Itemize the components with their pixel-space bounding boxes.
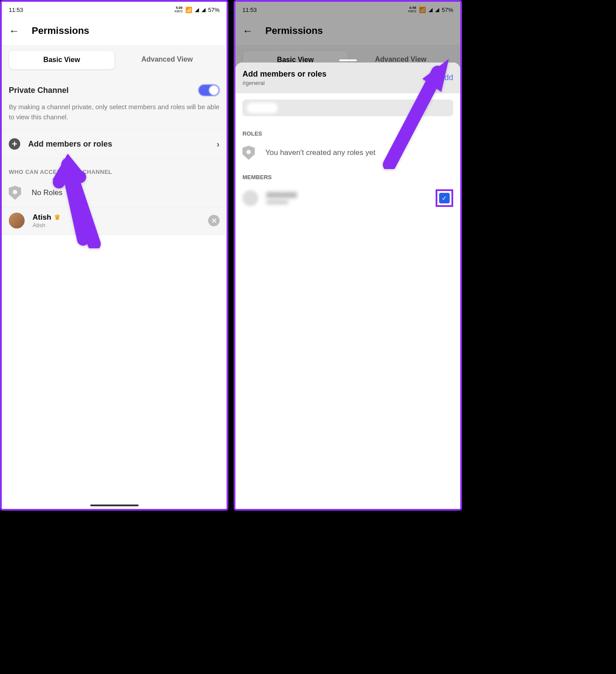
wifi-icon: 📶 [419, 7, 426, 13]
no-roles-label: No Roles [32, 188, 62, 197]
member-sub-redacted [266, 200, 288, 204]
tab-basic-view[interactable]: Basic View [9, 50, 115, 70]
signal-icon: ◢ [429, 7, 433, 13]
private-channel-toggle[interactable] [198, 85, 220, 96]
screenshot-left: 11:53 5.00KB/S 📶 ◢ ◢ 57% ← Permissions B… [0, 0, 228, 511]
private-channel-desc: By making a channel private, only select… [9, 102, 220, 122]
avatar [9, 213, 25, 228]
status-indicators: 0.58KB/S 📶 ◢ ◢ 57% [408, 6, 453, 13]
status-time: 11:53 [242, 7, 257, 13]
home-indicator [90, 505, 139, 506]
battery-percent: 57% [208, 7, 220, 13]
search-input[interactable] [242, 99, 453, 116]
member-name: Atish [33, 213, 51, 222]
status-bar: 11:53 0.58KB/S 📶 ◢ ◢ 57% [235, 2, 460, 18]
checkbox-highlight: ✓ [436, 189, 453, 207]
header: ← Permissions [2, 18, 227, 45]
roles-label: ROLES [235, 122, 460, 140]
sheet-channel: #general [242, 80, 326, 86]
add-members-or-roles-row[interactable]: + Add members or roles › [2, 129, 227, 159]
screenshot-right: 11:53 0.58KB/S 📶 ◢ ◢ 57% ← Permissions B… [234, 0, 462, 511]
member-subtitle: Atish [33, 222, 200, 228]
avatar [242, 190, 258, 206]
status-bar: 11:53 5.00KB/S 📶 ◢ ◢ 57% [2, 2, 227, 18]
bottom-sheet: Add members or roles #general Add ROLES … [235, 63, 460, 509]
members-label: MEMBERS [235, 166, 460, 183]
sheet-drag-handle[interactable] [339, 59, 357, 61]
shield-icon [9, 186, 21, 200]
page-title: Permissions [265, 25, 323, 37]
roles-empty-text: You haven't created any roles yet [265, 148, 375, 157]
private-channel-label: Private Channel [9, 86, 69, 95]
sheet-title: Add members or roles [242, 70, 326, 79]
status-indicators: 5.00KB/S 📶 ◢ ◢ 57% [175, 6, 220, 13]
signal-icon: ◢ [435, 7, 439, 13]
shield-icon [242, 146, 255, 160]
remove-member-button[interactable]: ✕ [208, 215, 220, 226]
roles-empty-row: You haven't created any roles yet [235, 140, 460, 166]
member-name-redacted [266, 192, 297, 198]
member-row[interactable]: Atish♛ Atish ✕ [2, 207, 227, 235]
add-button[interactable]: Add [439, 70, 453, 82]
who-can-access-label: WHO CAN ACCESS THIS CHANNEL [2, 159, 227, 179]
back-icon[interactable]: ← [9, 25, 19, 37]
wifi-icon: 📶 [185, 7, 192, 13]
back-icon[interactable]: ← [242, 25, 253, 37]
search-chip [247, 103, 278, 113]
no-roles-row[interactable]: No Roles [2, 179, 227, 207]
status-time: 11:53 [9, 7, 23, 13]
chevron-right-icon: › [216, 139, 220, 149]
add-label: Add members or roles [28, 140, 216, 149]
header: ← Permissions [235, 18, 460, 45]
plus-icon: + [9, 138, 20, 150]
page-title: Permissions [32, 25, 89, 37]
crown-icon: ♛ [54, 213, 60, 221]
view-tabs: Basic View Advanced View [2, 45, 227, 77]
member-checkbox[interactable]: ✓ [439, 193, 450, 203]
battery-percent: 57% [442, 7, 453, 13]
tab-advanced-view[interactable]: Advanced View [115, 50, 220, 70]
signal-icon: ◢ [202, 7, 205, 13]
member-row[interactable]: ✓ [235, 183, 460, 213]
signal-icon: ◢ [195, 7, 199, 13]
